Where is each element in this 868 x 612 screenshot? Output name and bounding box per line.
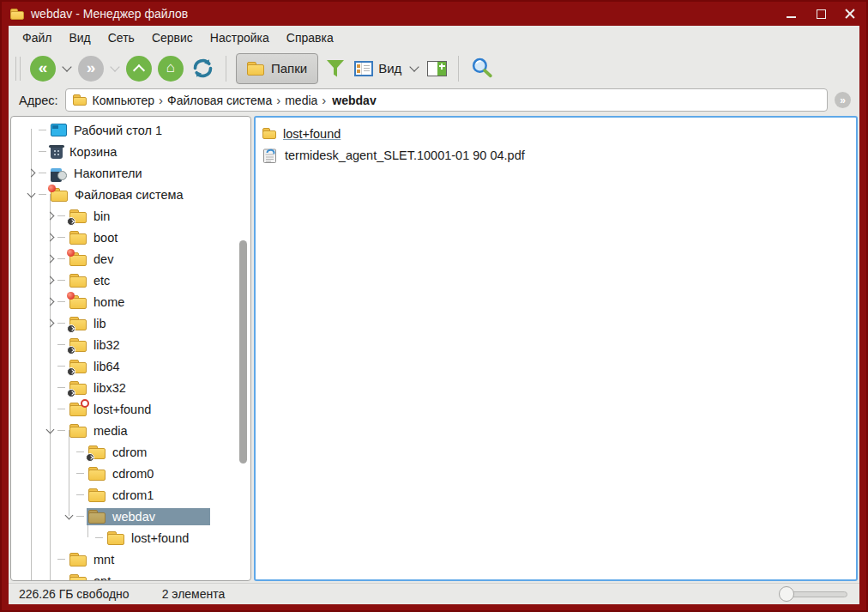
menu-service[interactable]: Сервис [143,27,202,48]
filter-funnel-icon [326,58,345,80]
tree-item-cdrom1[interactable]: cdrom1 [11,484,250,506]
expander-icon[interactable] [43,273,57,288]
search-button[interactable] [468,55,495,82]
breadcrumb-filesystem: Файловая система [167,93,285,107]
toolbar-grip[interactable] [15,57,21,81]
folder-icon [69,274,87,288]
close-icon[interactable] [844,8,856,20]
client-area: Файл Вид Сеть Сервис Настройка Справка «… [9,26,859,604]
zoom-slider[interactable] [779,585,847,603]
back-button[interactable]: « [30,56,56,82]
chevron-down-icon [410,62,419,71]
zoom-slider-knob[interactable] [779,586,794,602]
menu-view[interactable]: Вид [60,27,99,48]
expander-icon[interactable] [24,187,39,202]
expander-icon[interactable] [24,166,39,180]
folder-icon [69,252,87,266]
folder-symlink-icon [69,338,87,352]
breadcrumb-webdav: webdav [332,94,376,107]
menu-help[interactable]: Справка [278,27,342,48]
forward-history-dropdown[interactable] [110,64,120,72]
tree-item-lostfound[interactable]: lost+found [11,398,250,420]
content-area: Рабочий стол 1 Корзина Накопители Файлов… [9,115,859,583]
folder-icon [69,295,87,309]
up-button[interactable] [126,56,152,82]
file-item-pdf[interactable]: termidesk_agent_SLET.10001-01 90 04.pdf [262,144,849,166]
expander-icon[interactable] [43,294,57,309]
addressbar: Адрес: Компьютер Файловая система media … [9,87,859,115]
expander-icon[interactable] [43,423,57,438]
pdf-file-icon [262,147,278,164]
folder-icon [69,424,87,438]
forward-icon: » [87,59,96,76]
breadcrumb: Компьютер Файловая система media webdav [93,93,377,107]
folders-toggle-button[interactable]: Папки [236,53,318,84]
tree-item-home[interactable]: home [11,291,250,312]
tree-item-etc[interactable]: etc [11,270,250,291]
expander-icon[interactable] [43,209,57,223]
expander-icon[interactable] [62,509,76,524]
back-history-dropdown[interactable] [62,64,72,72]
expander-icon[interactable] [43,230,57,245]
split-view-button[interactable] [425,59,449,78]
tree-item-webdav[interactable]: webdav [11,506,250,527]
refresh-button[interactable] [190,55,216,82]
view-mode-button[interactable]: Вид [353,59,403,78]
tree-item-boot[interactable]: boot [11,227,250,248]
folder-symlink-icon [88,445,105,459]
tree-item-trash[interactable]: Корзина [11,141,250,162]
tree-scrollbar[interactable] [239,240,247,464]
menu-settings[interactable]: Настройка [202,27,278,48]
menu-network[interactable]: Сеть [99,27,143,48]
forward-button[interactable]: » [78,56,104,82]
tree-item-media[interactable]: media [11,420,250,441]
tree-item-cdrom[interactable]: cdrom [11,441,250,463]
filter-button[interactable] [324,56,347,82]
file-item-lostfound[interactable]: lost+found [262,123,849,144]
toolbar: « » ⌂ [9,50,859,87]
statusbar: 226.26 ГБ свободно 2 элемента [9,583,859,604]
menu-file[interactable]: Файл [14,27,60,48]
folder-symlink-icon [69,317,87,330]
folder-icon [107,531,124,545]
toolbar-separator [458,56,459,82]
arrow-up-icon [133,64,145,76]
tree-item-cdrom0[interactable]: cdrom0 [11,463,250,484]
drives-icon [51,167,67,179]
tree-item-webdav-lostfound[interactable]: lost+found [11,527,250,548]
folder-symlink-icon [69,360,87,373]
tree-item-drives[interactable]: Накопители [11,162,250,184]
tree-item-dev[interactable]: dev [11,248,250,270]
window-title: webdav - Менеджер файлов [31,7,188,21]
tree-item-lib[interactable]: lib [11,312,250,334]
tree-item-desktop[interactable]: Рабочий стол 1 [11,119,250,141]
address-input[interactable]: Компьютер Файловая система media webdav [65,88,828,112]
items-count-text: 2 элемента [162,587,226,601]
home-button[interactable]: ⌂ [158,56,184,82]
folder-icon [247,62,264,76]
expander-icon[interactable] [43,251,57,266]
zoom-slider-track[interactable] [786,591,847,597]
tree-item-mnt[interactable]: mnt [11,548,250,570]
minimize-icon[interactable] [786,8,798,20]
breadcrumb-computer: Компьютер [93,93,167,107]
go-button[interactable]: » [835,92,851,108]
tree-item-lib32[interactable]: lib32 [11,334,250,355]
folder-icon [69,553,87,567]
tree-item-lib64[interactable]: lib64 [11,355,250,377]
maximize-icon[interactable] [815,8,827,20]
tree-item-bin[interactable]: bin [11,205,250,227]
home-icon: ⌂ [166,60,175,75]
free-space-text: 226.26 ГБ свободно [19,587,130,601]
tree-item-filesystem[interactable]: Файловая система [11,184,250,205]
expander-icon[interactable] [43,316,57,330]
folder-symlink-icon [69,209,87,223]
view-mode-dropdown[interactable] [409,64,419,72]
folder-icon [88,510,105,524]
search-icon [470,57,493,80]
tree-item-opt[interactable]: opt [11,570,250,581]
folder-icon [88,467,105,481]
tree-item-libx32[interactable]: libx32 [11,377,250,398]
go-icon: » [840,95,846,106]
view-button-label: Вид [378,61,401,76]
